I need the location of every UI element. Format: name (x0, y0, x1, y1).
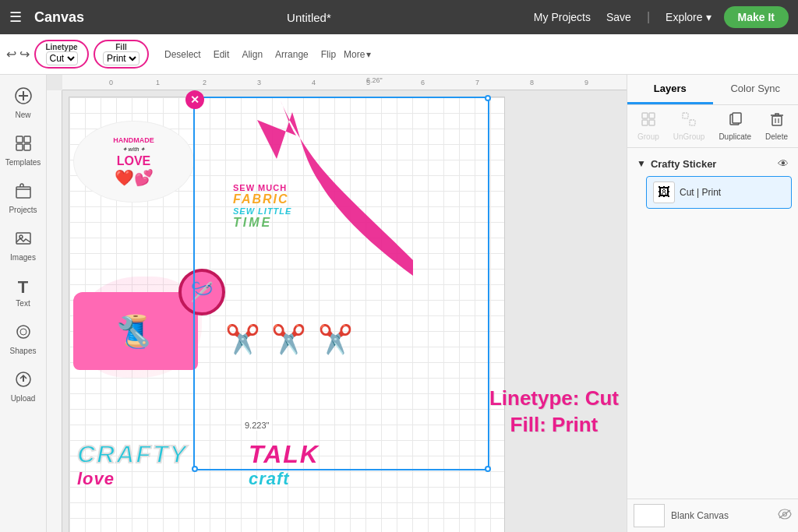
canvas-paper: HANDMADE✦ with ✦LOVE ❤️💕 🧵 🪡 🔧 ✂️ ✂️ ✂️ (69, 97, 505, 532)
svg-rect-19 (690, 120, 695, 125)
tab-layers[interactable]: Layers (627, 75, 713, 104)
layer-group-visibility-icon[interactable]: 👁 (778, 157, 789, 170)
blank-canvas-label: Blank Canvas (671, 510, 729, 521)
blank-canvas-visibility-icon[interactable] (778, 509, 792, 523)
sidebar-item-images-label: Images (10, 253, 36, 262)
fill-label: Fill (115, 43, 126, 51)
make-it-button[interactable]: Make It (724, 6, 789, 28)
delete-button[interactable]: Delete (765, 111, 788, 141)
dimension-label: 9.223" (242, 420, 272, 431)
group-button[interactable]: Group (637, 111, 659, 141)
arrange-button[interactable]: Arrange (270, 48, 313, 62)
layer-item-name: Cut | Print (680, 187, 785, 198)
group-expand-icon: ▼ (637, 158, 646, 169)
annotation-line2: Fill: Print (489, 412, 619, 439)
svg-rect-4 (24, 136, 30, 143)
left-sidebar: New Templates Projects Images T Text (0, 75, 47, 532)
sidebar-item-text-label: Text (16, 299, 30, 308)
linetype-select[interactable]: Cut (46, 51, 78, 65)
annotation-text: Linetype: Cut Fill: Print (489, 386, 619, 439)
doc-title[interactable]: Untitled* (97, 11, 521, 24)
edit-actions: Deselect Edit Align Arrange Flip More ▾ (160, 48, 371, 62)
ungroup-button[interactable]: UnGroup (673, 111, 705, 141)
sidebar-item-images[interactable]: Images (2, 224, 44, 268)
text-icon: T (18, 277, 28, 298)
duplicate-button[interactable]: Duplicate (719, 111, 751, 141)
deselect-button[interactable]: Deselect (160, 48, 206, 62)
layer-actions: Group UnGroup Duplicate Delete (627, 105, 798, 148)
my-projects-link[interactable]: My Projects (534, 11, 591, 23)
new-icon (15, 87, 32, 109)
delete-label: Delete (765, 132, 788, 141)
sidebar-item-projects[interactable]: Projects (2, 176, 44, 220)
shapes-icon (15, 323, 32, 345)
sidebar-item-new-label: New (15, 111, 30, 119)
layer-group-crafty-sticker[interactable]: ▼ Crafty Sticker 👁 (634, 154, 792, 173)
svg-rect-16 (642, 120, 648, 125)
projects-icon (15, 182, 32, 204)
scissors-group: ✂️ ✂️ ✂️ (225, 323, 353, 356)
undo-redo-group: ↩ ↪ (6, 47, 30, 62)
svg-rect-7 (16, 187, 30, 198)
sidebar-item-projects-label: Projects (9, 206, 37, 214)
more-button[interactable]: More ▾ (344, 49, 371, 60)
ungroup-icon (681, 111, 697, 131)
horizontal-ruler: 0 1 2 3 4 5 6 6.26" 7 8 9 (62, 75, 627, 90)
images-icon (15, 230, 32, 252)
svg-point-10 (17, 326, 30, 338)
sidebar-item-shapes[interactable]: Shapes (2, 317, 44, 361)
svg-rect-18 (683, 113, 688, 118)
svg-point-11 (20, 329, 26, 335)
sidebar-item-text[interactable]: T Text (2, 271, 44, 314)
canvas-area[interactable]: 0 1 2 3 4 5 6 6.26" 7 8 9 HANDMADE✦ with… (47, 75, 627, 532)
fill-selector[interactable]: Fill Print (94, 40, 149, 69)
sew-text-sticker: SEW MUCH FABRIC SEW LITTLE TIME (233, 183, 373, 230)
delete-x-button[interactable]: ✕ (185, 90, 204, 109)
sub-toolbar: ↩ ↪ Linetype Cut Fill Print Deselect Edi… (0, 34, 798, 75)
right-panel: Layers Color Sync Group UnGroup (627, 75, 798, 532)
svg-rect-3 (16, 136, 23, 143)
glue-gun: 🔧 (116, 315, 151, 348)
crafty-text: CRAFTY love (77, 440, 188, 489)
tab-color-sync[interactable]: Color Sync (713, 75, 799, 104)
svg-rect-6 (24, 144, 30, 150)
layer-item-cut-print[interactable]: 🖼 Cut | Print (646, 176, 792, 209)
annotation-line1: Linetype: Cut (489, 386, 619, 412)
thread-spool: 🪡 (178, 269, 225, 315)
layers-content: ▼ Crafty Sticker 👁 🖼 Cut | Print (627, 148, 798, 499)
explore-button[interactable]: Explore ▾ (666, 11, 711, 23)
top-bar: ☰ Canvas Untitled* My Projects Save | Ex… (0, 0, 798, 34)
layer-thumb: 🖼 (653, 181, 675, 203)
group-label: Group (637, 132, 659, 141)
nav-links: My Projects Save | Explore ▾ (534, 10, 711, 24)
templates-icon (15, 135, 32, 157)
redo-button[interactable]: ↪ (19, 47, 30, 62)
linetype-selector[interactable]: Linetype Cut (34, 40, 89, 69)
fill-select[interactable]: Print (103, 51, 139, 65)
sidebar-item-upload[interactable]: Upload (2, 365, 44, 409)
menu-icon[interactable]: ☰ (9, 9, 22, 26)
sidebar-item-templates[interactable]: Templates (2, 129, 44, 173)
align-button[interactable]: Align (237, 48, 267, 62)
ungroup-label: UnGroup (673, 132, 705, 141)
sidebar-item-templates-label: Templates (5, 158, 41, 167)
svg-line-27 (779, 510, 790, 518)
sidebar-item-upload-label: Upload (11, 394, 36, 403)
svg-rect-5 (16, 144, 23, 150)
sidebar-item-new[interactable]: New (2, 81, 44, 125)
edit-button[interactable]: Edit (209, 48, 235, 62)
right-panel-tabs: Layers Color Sync (627, 75, 798, 105)
main-area: New Templates Projects Images T Text (0, 75, 798, 532)
sidebar-item-shapes-label: Shapes (10, 347, 37, 355)
layer-group-name: Crafty Sticker (651, 158, 773, 170)
save-link[interactable]: Save (606, 11, 631, 23)
upload-icon (15, 371, 32, 393)
flip-button[interactable]: Flip (316, 48, 341, 62)
duplicate-label: Duplicate (719, 132, 751, 141)
talk-text: TALK craft (249, 440, 320, 489)
duplicate-icon (727, 111, 743, 131)
undo-button[interactable]: ↩ (6, 47, 16, 62)
delete-icon (769, 111, 785, 131)
separator: | (647, 10, 650, 24)
bottom-bar: Blank Canvas (627, 499, 798, 532)
